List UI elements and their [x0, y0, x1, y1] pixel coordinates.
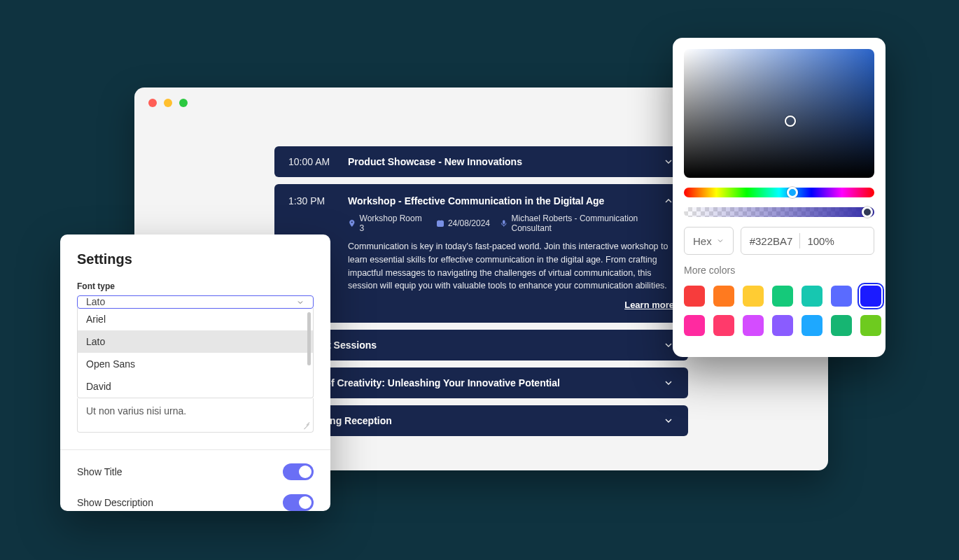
saturation-lightness-area[interactable] — [684, 49, 874, 178]
format-value: Hex — [693, 235, 712, 247]
preview-textarea[interactable]: Ut non varius nisi urna. — [77, 398, 314, 433]
font-options-dropdown: Ariel Lato Open Sans David — [77, 308, 314, 398]
show-title-label: Show Title — [77, 466, 122, 477]
hex-input[interactable]: #322BA7 100% — [741, 227, 874, 255]
chevron-down-icon — [296, 298, 304, 306]
color-swatches — [684, 286, 874, 336]
resize-grip-icon[interactable] — [302, 421, 310, 429]
agenda-title: Workshop - Effective Communication in th… — [348, 195, 674, 206]
agenda-title: Networking Reception — [288, 415, 649, 426]
color-swatch[interactable] — [743, 315, 764, 336]
minimize-window-icon[interactable] — [164, 99, 172, 107]
svg-point-0 — [351, 221, 353, 223]
show-title-row: Show Title — [77, 449, 314, 480]
color-swatch[interactable] — [772, 315, 793, 336]
maximize-window-icon[interactable] — [179, 99, 188, 107]
color-swatch[interactable] — [684, 286, 705, 307]
color-swatch[interactable] — [772, 286, 793, 307]
more-colors-label: More colors — [684, 265, 874, 276]
color-swatch[interactable] — [684, 315, 705, 336]
font-select[interactable]: Lato — [77, 295, 314, 309]
agenda-title: The Art of Creativity: Unleashing Your I… — [288, 377, 649, 388]
agenda-item[interactable]: Breakout Sessions — [274, 330, 688, 360]
agenda-title: Product Showcase - New Innovations — [348, 156, 649, 167]
font-option[interactable]: Ariel — [78, 308, 313, 330]
agenda-item[interactable]: Networking Reception — [274, 405, 688, 436]
chevron-down-icon[interactable] — [663, 377, 674, 388]
agenda-time: 1:30 PM — [288, 195, 334, 206]
hue-slider[interactable] — [684, 188, 874, 197]
color-swatch[interactable] — [713, 315, 734, 336]
svg-rect-1 — [437, 221, 443, 227]
agenda-item[interactable]: The Art of Creativity: Unleashing Your I… — [274, 368, 688, 398]
font-select-value: Lato — [86, 296, 105, 307]
settings-title: Settings — [77, 251, 314, 267]
chevron-down-icon[interactable] — [663, 415, 674, 426]
color-cursor[interactable] — [785, 115, 796, 127]
alpha-slider[interactable] — [684, 207, 874, 217]
color-swatch[interactable] — [802, 286, 822, 307]
close-window-icon[interactable] — [148, 99, 157, 107]
learn-more-link[interactable]: Learn more — [288, 300, 674, 310]
color-format-select[interactable]: Hex — [684, 227, 734, 255]
scrollbar[interactable] — [307, 312, 311, 365]
svg-rect-5 — [503, 220, 505, 224]
agenda-item[interactable]: 10:00 AM Product Showcase - New Innovati… — [274, 146, 688, 177]
show-title-toggle[interactable] — [283, 463, 314, 480]
alpha-knob[interactable] — [862, 206, 873, 218]
agenda-date: 24/08/2024 — [448, 218, 490, 228]
agenda-meta: Workshop Room 3 24/08/2024 Michael Rober… — [288, 214, 674, 233]
location-icon: Workshop Room 3 — [348, 214, 426, 233]
color-value-row: Hex #322BA7 100% — [684, 227, 874, 255]
textarea-value: Ut non varius nisi urna. — [86, 405, 186, 416]
font-option[interactable]: David — [78, 375, 313, 398]
show-description-toggle[interactable] — [283, 494, 314, 511]
color-swatch[interactable] — [860, 286, 881, 307]
separator — [799, 233, 800, 248]
color-swatch[interactable] — [860, 315, 881, 336]
hue-knob[interactable] — [787, 187, 798, 198]
show-description-row: Show Description — [77, 480, 314, 511]
color-swatch[interactable] — [713, 286, 734, 307]
agenda-item-expanded[interactable]: 1:30 PM Workshop - Effective Communicati… — [274, 184, 688, 323]
color-picker: Hex #322BA7 100% More colors — [673, 38, 886, 357]
agenda-title: Breakout Sessions — [288, 340, 649, 351]
agenda-speaker: Michael Roberts - Communication Consulta… — [512, 214, 674, 233]
font-option[interactable]: Lato — [78, 330, 313, 353]
color-swatch[interactable] — [802, 315, 822, 336]
alpha-value: 100% — [807, 235, 834, 247]
calendar-icon: 24/08/2024 — [436, 218, 490, 228]
hex-value: #322BA7 — [750, 235, 793, 247]
settings-panel: Settings Font type Lato Ariel Lato Open … — [60, 234, 330, 511]
color-swatch[interactable] — [743, 286, 764, 307]
microphone-icon: Michael Roberts - Communication Consulta… — [500, 214, 674, 233]
agenda-description: Communication is key in today's fast-pac… — [288, 240, 674, 293]
agenda-location: Workshop Room 3 — [360, 214, 426, 233]
font-type-label: Font type — [77, 281, 314, 291]
show-description-label: Show Description — [77, 497, 153, 508]
color-swatch[interactable] — [831, 286, 852, 307]
color-swatch[interactable] — [831, 315, 852, 336]
chevron-down-icon — [716, 237, 724, 245]
font-option[interactable]: Open Sans — [78, 353, 313, 375]
agenda-time: 10:00 AM — [288, 156, 334, 167]
